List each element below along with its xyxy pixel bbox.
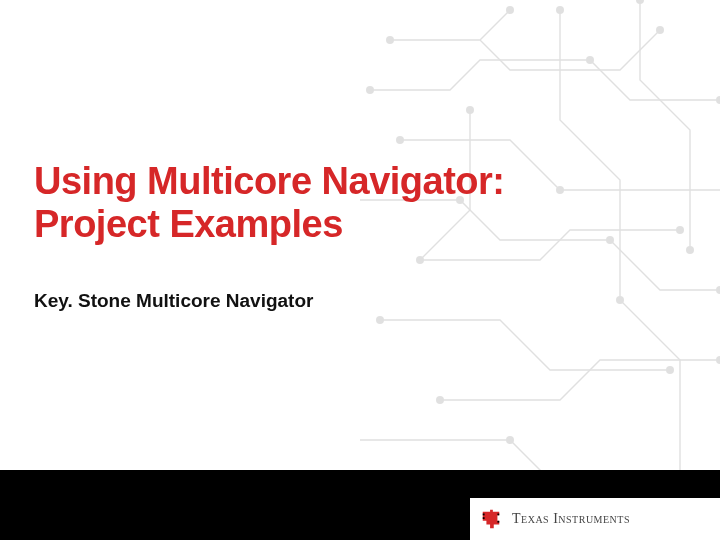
svg-point-14	[666, 366, 674, 374]
slide-subtitle: Key. Stone Multicore Navigator	[34, 290, 313, 312]
svg-point-10	[716, 286, 720, 294]
svg-point-3	[366, 86, 374, 94]
svg-point-15	[436, 396, 444, 404]
slide: Using Multicore Navigator: Project Examp…	[0, 0, 720, 540]
slide-title: Using Multicore Navigator: Project Examp…	[34, 160, 594, 245]
brand-text: Texas Instruments	[512, 511, 630, 527]
svg-point-6	[396, 136, 404, 144]
svg-point-2	[656, 26, 664, 34]
svg-point-9	[606, 236, 614, 244]
svg-point-0	[386, 36, 394, 44]
svg-point-1	[506, 6, 514, 14]
svg-rect-26	[483, 517, 485, 519]
circuit-background-graphic	[360, 0, 720, 500]
brand-logo: Texas Instruments	[470, 498, 720, 540]
svg-rect-28	[497, 521, 499, 523]
title-line-1: Using Multicore Navigator:	[34, 160, 505, 202]
brand-text-part2: Instruments	[553, 511, 630, 526]
svg-rect-27	[497, 514, 499, 516]
svg-point-24	[466, 106, 474, 114]
svg-point-11	[416, 256, 424, 264]
ti-chip-icon	[480, 508, 502, 530]
svg-point-23	[686, 246, 694, 254]
svg-point-16	[716, 356, 720, 364]
svg-point-12	[676, 226, 684, 234]
svg-point-13	[376, 316, 384, 324]
svg-point-20	[616, 296, 624, 304]
svg-rect-25	[483, 514, 485, 516]
svg-point-5	[716, 96, 720, 104]
svg-point-19	[556, 6, 564, 14]
title-line-2: Project Examples	[34, 203, 343, 245]
svg-point-4	[586, 56, 594, 64]
svg-point-22	[636, 0, 644, 4]
title-block: Using Multicore Navigator: Project Examp…	[34, 160, 594, 245]
brand-text-part1: Texas	[512, 511, 553, 526]
svg-point-17	[506, 436, 514, 444]
